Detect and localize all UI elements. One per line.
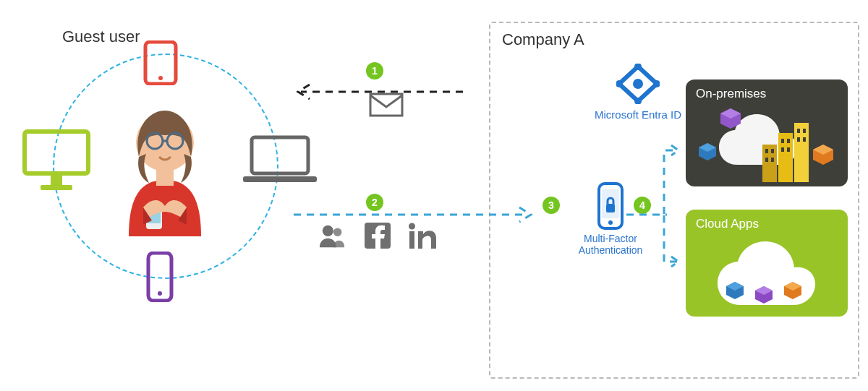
guest-user-avatar [114, 98, 216, 237]
svg-point-5 [158, 291, 162, 296]
svg-rect-17 [370, 94, 402, 116]
svg-rect-45 [787, 147, 790, 152]
entra-id-icon [616, 64, 660, 104]
phone-purple-icon [145, 252, 174, 302]
step-badge-3: 3 [542, 197, 560, 214]
identity-provider-group [318, 221, 437, 250]
linkedin-icon [408, 221, 437, 250]
step-badge-2: 2 [366, 194, 383, 211]
svg-rect-42 [781, 139, 784, 143]
svg-point-23 [409, 223, 415, 230]
laptop-icon [240, 133, 320, 188]
svg-rect-35 [762, 145, 777, 182]
branch-to-onprem-arrow [663, 143, 680, 215]
entra-id-label: Microsoft Entra ID [595, 108, 681, 121]
svg-rect-39 [771, 149, 774, 153]
on-premises-label: On-premises [696, 87, 766, 100]
tablet-icon [142, 40, 179, 85]
branch-to-cloud-arrow [663, 214, 680, 269]
phone-lock-icon [596, 182, 625, 230]
svg-rect-3 [243, 176, 317, 182]
svg-point-1 [158, 76, 163, 80]
svg-rect-43 [787, 139, 790, 143]
svg-rect-7 [51, 175, 62, 185]
svg-rect-22 [409, 231, 414, 249]
svg-rect-46 [797, 129, 800, 133]
step-badge-1: 1 [366, 62, 383, 80]
svg-rect-40 [765, 158, 768, 162]
svg-rect-49 [803, 137, 806, 142]
svg-rect-48 [797, 137, 800, 142]
on-premises-graphic [693, 103, 838, 182]
svg-point-33 [608, 220, 613, 225]
facebook-icon [363, 221, 392, 250]
svg-rect-44 [781, 147, 784, 152]
svg-rect-6 [25, 132, 88, 173]
svg-rect-36 [778, 133, 793, 182]
svg-rect-8 [41, 185, 72, 190]
mfa-label-line2: Authentication [567, 244, 654, 256]
company-a-title: Company A [502, 30, 584, 49]
mail-icon [369, 93, 404, 120]
svg-rect-38 [765, 149, 768, 153]
svg-rect-2 [252, 137, 308, 173]
svg-rect-37 [794, 123, 809, 182]
svg-point-29 [633, 79, 643, 89]
svg-rect-32 [606, 204, 615, 212]
cloud-apps-tile: Cloud Apps [686, 210, 848, 317]
svg-rect-41 [771, 158, 774, 162]
cloud-apps-label: Cloud Apps [696, 217, 759, 231]
svg-point-20 [333, 228, 341, 236]
microsoft-entra-id: Microsoft Entra ID [595, 64, 681, 121]
mfa-label-line1: Multi-Factor [567, 233, 654, 244]
svg-rect-47 [803, 129, 806, 133]
svg-point-19 [323, 225, 333, 236]
azuread-users-icon [318, 221, 347, 250]
on-premises-tile: On-premises [686, 80, 848, 186]
cloud-apps-graphic [693, 231, 838, 311]
monitor-icon [20, 127, 93, 194]
guest-user-title: Guest user [62, 27, 140, 46]
